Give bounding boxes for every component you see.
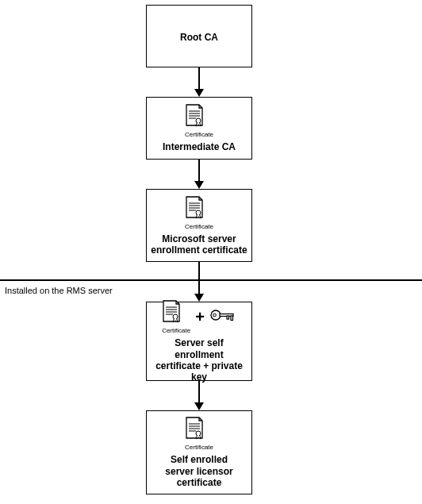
node-ms-enrollment-cert-title: Microsoft server enrollment certificate [151, 233, 247, 256]
node-root-ca: Root CA [146, 5, 252, 67]
certificate-icon: Certificate [185, 416, 213, 451]
node-server-licensor-cert-title: Self enrolled server licensor certificat… [165, 454, 232, 488]
certificate-icon-label: Certificate [162, 327, 190, 334]
plus-icon: + [195, 308, 205, 326]
node-intermediate-ca-title: Intermediate CA [163, 141, 236, 152]
separator-line [0, 279, 422, 281]
arrow-selfenroll-to-licensor [194, 381, 204, 410]
key-icon [209, 307, 236, 326]
certificate-icon-label: Certificate [185, 223, 213, 230]
svg-rect-19 [231, 316, 233, 321]
svg-point-16 [213, 314, 217, 317]
certificate-icon: Certificate [185, 103, 213, 138]
certificate-icon-label: Certificate [185, 444, 213, 451]
arrow-root-to-intermediate [194, 67, 204, 97]
arrow-msenroll-to-selfenroll [194, 262, 204, 302]
certificate-icon: Certificate [185, 195, 213, 230]
node-ms-enrollment-cert: Certificate Microsoft server enrollment … [146, 189, 252, 262]
arrow-intermediate-to-msenroll [194, 160, 204, 189]
diagram-canvas: Root CA Certificate Intermed [0, 0, 422, 504]
certificate-icon-label: Certificate [185, 131, 213, 138]
node-self-enrollment: Certificate + Server self enrollment cer… [146, 302, 252, 381]
node-server-licensor-cert: Certificate Self enrolled server licenso… [146, 410, 252, 494]
node-root-ca-title: Root CA [180, 32, 218, 43]
certificate-icon: Certificate [162, 299, 190, 334]
separator-label: Installed on the RMS server [5, 286, 113, 295]
node-self-enrollment-title: Server self enrollment certificate + pri… [150, 337, 248, 383]
svg-rect-18 [227, 316, 229, 319]
node-intermediate-ca: Certificate Intermediate CA [146, 97, 252, 160]
